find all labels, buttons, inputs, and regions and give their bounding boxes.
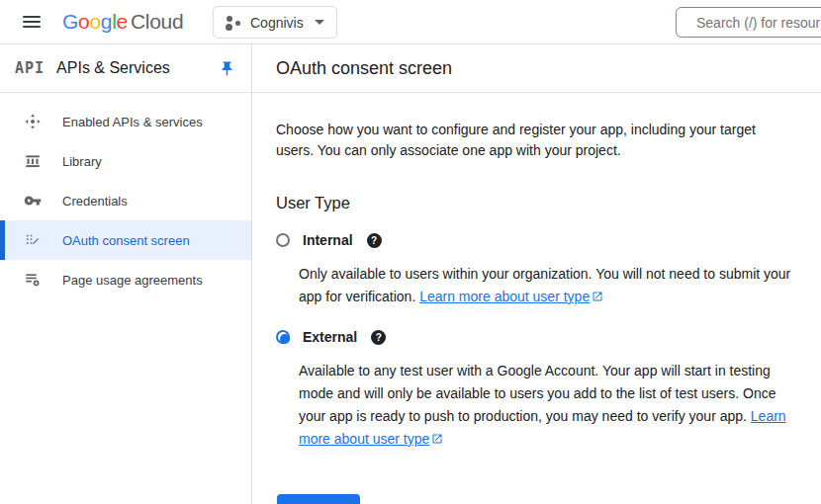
consent-checklist-icon [24, 231, 42, 249]
library-columns-icon [24, 152, 42, 170]
logo-letter: o [89, 10, 100, 33]
sidebar-nav: Enabled APIs & services Library [0, 93, 251, 299]
main-header: OAuth consent screen [252, 44, 821, 93]
main-panel: OAuth consent screen Choose how you want… [252, 44, 821, 504]
help-icon[interactable]: ? [367, 233, 382, 248]
project-name: Cognivis [250, 15, 304, 31]
user-type-option-internal[interactable]: Internal ? [276, 232, 797, 248]
chevron-down-icon [315, 20, 324, 25]
external-description: Available to any test user with a Google… [299, 360, 797, 452]
google-cloud-logo[interactable]: GoogleCloud [62, 10, 183, 34]
option-label-external: External [303, 329, 357, 345]
intro-text: Choose how you want to configure and reg… [276, 120, 784, 161]
search-input[interactable]: Search (/) for resour [676, 7, 821, 38]
sidebar-item-library[interactable]: Library [0, 141, 251, 181]
pin-icon[interactable] [219, 60, 235, 77]
radio-internal[interactable] [276, 233, 290, 247]
sidebar-item-page-usage-agreements[interactable]: Page usage agreements [0, 260, 251, 299]
logo-letter: G [62, 10, 78, 33]
body-layout: API APIs & Services Enabled APIs & [0, 44, 821, 504]
sidebar-item-enabled-apis[interactable]: Enabled APIs & services [0, 102, 251, 141]
page-title: OAuth consent screen [276, 58, 452, 79]
create-button[interactable]: CREATE [277, 494, 360, 504]
project-icon [226, 15, 241, 31]
google-cloud-console: GoogleCloud Cognivis Search (/) for reso… [0, 0, 821, 504]
logo-letter: e [117, 10, 128, 33]
external-description-text: Available to any test user with a Google… [299, 363, 776, 424]
sidebar-item-label: Credentials [62, 194, 128, 209]
sidebar: API APIs & Services Enabled APIs & [0, 44, 252, 504]
sidebar-title: APIs & Services [56, 59, 170, 77]
logo-letter: g [101, 10, 112, 33]
api-logo: API [15, 59, 45, 77]
option-label-internal: Internal [303, 232, 353, 248]
help-icon[interactable]: ? [371, 330, 386, 345]
external-link-icon [431, 429, 443, 452]
top-bar: GoogleCloud Cognivis Search (/) for reso… [0, 0, 821, 44]
internal-description: Only available to users within your orga… [299, 263, 797, 309]
external-link-icon [592, 287, 603, 309]
menu-icon[interactable] [23, 16, 41, 28]
logo-cloud-text: Cloud [131, 10, 183, 33]
user-type-heading: User Type [276, 194, 797, 212]
sidebar-item-label: Enabled APIs & services [62, 115, 203, 129]
list-gear-icon [24, 271, 42, 289]
learn-more-link-internal[interactable]: Learn more about user type [419, 289, 590, 304]
sidebar-item-label: Page usage agreements [62, 273, 203, 288]
logo-letter: o [78, 10, 89, 33]
sidebar-header: API APIs & Services [0, 44, 251, 93]
sidebar-item-label: Library [62, 154, 102, 169]
sidebar-item-oauth-consent-screen[interactable]: OAuth consent screen [0, 220, 251, 260]
search-placeholder: Search (/) for resour [696, 15, 820, 31]
project-selector[interactable]: Cognivis [213, 6, 337, 39]
main-content: Choose how you want to configure and reg… [252, 93, 821, 504]
control-camera-icon [24, 113, 42, 130]
key-icon [24, 192, 42, 210]
radio-external[interactable] [276, 330, 290, 344]
user-type-option-external[interactable]: External ? [276, 329, 797, 345]
sidebar-item-credentials[interactable]: Credentials [0, 181, 251, 220]
sidebar-item-label: OAuth consent screen [62, 233, 190, 248]
